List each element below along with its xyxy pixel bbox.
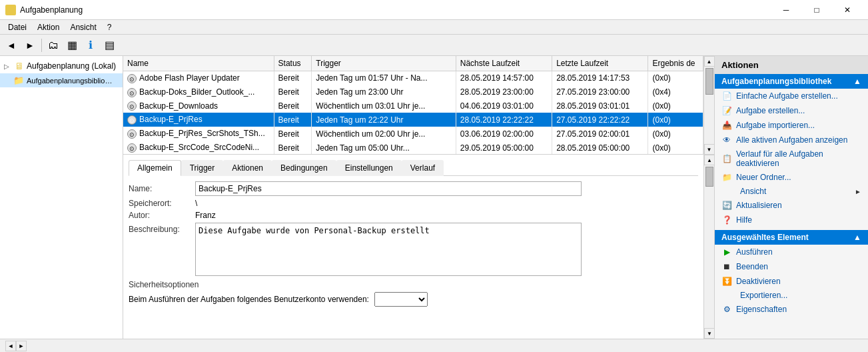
table-row[interactable]: ⊙Backup-E_PrjResBereitJeden Tag um 22:22…: [123, 113, 703, 127]
minimize-button[interactable]: ─: [771, 0, 801, 20]
action-label: Aufgabe erstellen...: [736, 106, 805, 115]
status-scroll-left[interactable]: ◄: [5, 341, 16, 351]
toolbar-table-button[interactable]: ▤: [101, 37, 118, 54]
action-icon: 📝: [721, 105, 732, 116]
toolbar-info-button[interactable]: ℹ: [82, 37, 99, 54]
selected-section-header[interactable]: Ausgewähltes Element ▲: [715, 230, 868, 245]
col-trigger[interactable]: Trigger: [312, 56, 456, 71]
tab-bedingungen[interactable]: Bedingungen: [272, 160, 336, 176]
expand-arrow-root: ▷: [4, 63, 12, 70]
table-area: Name Status Trigger Nächste Laufzeit Let…: [123, 56, 714, 155]
maximize-button[interactable]: □: [801, 0, 832, 20]
name-row: Name:: [129, 181, 698, 196]
security-text: Beim Ausführen der Aufgaben folgendes Be…: [129, 295, 369, 304]
toolbar-back-button[interactable]: ◄: [3, 37, 20, 54]
table-row[interactable]: ⊙Backup-E_DownloadsBereitWöchentlich um …: [123, 99, 703, 113]
library-action-item[interactable]: 📥Aufgabe importieren...: [715, 118, 868, 133]
name-input[interactable]: [195, 181, 582, 196]
col-name[interactable]: Name: [123, 56, 274, 71]
action-label: Einfache Aufgabe erstellen...: [736, 91, 838, 101]
security-row: Beim Ausführen der Aufgaben folgendes Be…: [129, 292, 698, 307]
col-last-run[interactable]: Letzte Laufzeit: [552, 56, 648, 71]
table-scroll-track: [704, 67, 714, 144]
tab-aktionen[interactable]: Aktionen: [223, 160, 272, 176]
action-label: Verlauf für alle Aufgaben deaktivieren: [736, 149, 861, 168]
selected-collapse-icon: ▲: [853, 233, 861, 242]
detail-scroll-thumb[interactable]: [705, 167, 713, 187]
table-row[interactable]: ⊙Backup-E_PrjRes_ScrShots_TSh...BereitWö…: [123, 127, 703, 141]
selected-action-item[interactable]: Exportieren...: [715, 289, 868, 302]
col-status[interactable]: Status: [274, 56, 312, 71]
table-scroll-down[interactable]: ▼: [704, 144, 715, 155]
author-value: Franz: [195, 211, 698, 220]
library-action-item[interactable]: 👁Alle aktiven Aufgaben anzeigen: [715, 133, 868, 147]
library-action-item[interactable]: Ansicht►: [715, 185, 868, 198]
selected-action-item[interactable]: ⏬Deaktivieren: [715, 274, 868, 289]
library-action-item[interactable]: 📋Verlauf für alle Aufgaben deaktivieren: [715, 147, 868, 170]
tab-einstellungen[interactable]: Einstellungen: [336, 160, 402, 176]
action-icon: 📋: [721, 153, 732, 164]
status-scroll-right[interactable]: ►: [16, 341, 27, 351]
menu-ansicht[interactable]: Ansicht: [65, 21, 101, 33]
action-icon: ❓: [721, 215, 732, 225]
library-section-label: Aufgabenplanungsbibliothek: [721, 77, 831, 86]
table-scrollbar: ▲ ▼: [703, 56, 714, 155]
toolbar-folder-button[interactable]: 🗂: [45, 37, 62, 54]
table-row[interactable]: ⊙Backup-E_SrcCode_SrcCodeNi...BereitJede…: [123, 141, 703, 155]
library-items: 📄Einfache Aufgabe erstellen...📝Aufgabe e…: [715, 89, 868, 227]
library-section-header[interactable]: Aufgabenplanungsbibliothek ▲: [715, 74, 868, 89]
action-label: Neuer Ordner...: [736, 173, 791, 182]
action-label: Alle aktiven Aufgaben anzeigen: [736, 135, 847, 145]
menu-datei[interactable]: Datei: [3, 21, 32, 33]
selected-section-label: Ausgewähltes Element: [721, 233, 809, 242]
library-action-item[interactable]: 📁Neuer Ordner...: [715, 170, 868, 185]
sidebar-item-root[interactable]: ▷ 🖥 Aufgabenplanung (Lokal): [0, 59, 123, 73]
library-action-item[interactable]: 🔄Aktualisieren: [715, 198, 868, 213]
action-label: Beenden: [736, 262, 768, 271]
selected-action-item[interactable]: ▶Ausführen: [715, 245, 868, 259]
task-icon: ⊙: [127, 101, 137, 111]
detail-scroll-track: [704, 165, 714, 328]
toolbar-list-button[interactable]: ▦: [63, 37, 81, 54]
table-row[interactable]: ⊙Backup-Doks_Bilder_Outlook_...BereitJed…: [123, 85, 703, 99]
detail-scroll-up[interactable]: ▲: [704, 155, 714, 165]
table-wrapper: Name Status Trigger Nächste Laufzeit Let…: [123, 56, 714, 155]
detail-tabs: Allgemein Trigger Aktionen Bedingungen E…: [129, 160, 698, 176]
library-action-item[interactable]: ❓Hilfe: [715, 213, 868, 227]
menu-aktion[interactable]: Aktion: [32, 21, 65, 33]
tab-verlauf[interactable]: Verlauf: [402, 160, 444, 176]
sidebar-item-library[interactable]: 📁 Aufgabenplanungsbibliothek: [0, 73, 123, 87]
sidebar-library-label: Aufgabenplanungsbibliothek: [27, 77, 113, 85]
right-panel: Aktionen Aufgabenplanungsbibliothek ▲ 📄E…: [715, 56, 868, 339]
sidebar-library-icon: 📁: [13, 75, 24, 85]
task-table: Name Status Trigger Nächste Laufzeit Let…: [123, 56, 703, 155]
selected-action-item[interactable]: ⏹Beenden: [715, 259, 868, 274]
tab-allgemein[interactable]: Allgemein: [129, 160, 181, 176]
security-dropdown[interactable]: [374, 292, 428, 307]
status-bar: ◄ ►: [0, 339, 868, 352]
toolbar-separator-1: [41, 39, 42, 52]
table-row[interactable]: ⊙Adobe Flash Player UpdaterBereitJeden T…: [123, 71, 703, 85]
close-button[interactable]: ✕: [832, 0, 863, 20]
menu-help[interactable]: ?: [102, 21, 117, 33]
detail-content: Allgemein Trigger Aktionen Bedingungen E…: [123, 155, 703, 339]
tab-trigger[interactable]: Trigger: [181, 160, 224, 176]
table-scroll-thumb[interactable]: [705, 68, 713, 95]
col-next-run[interactable]: Nächste Laufzeit: [456, 56, 552, 71]
description-textarea[interactable]: Diese Aufgabe wurde von Personal-Backup …: [195, 223, 582, 276]
selected-action-item[interactable]: ⚙Eigenschaften: [715, 302, 868, 317]
action-icon: 📥: [721, 120, 732, 131]
action-label: Ausführen: [736, 247, 773, 257]
table-scroll-up[interactable]: ▲: [704, 56, 715, 67]
library-action-item[interactable]: 📄Einfache Aufgabe erstellen...: [715, 89, 868, 103]
action-icon: ▶: [721, 247, 732, 257]
col-result[interactable]: Ergebnis de: [648, 56, 703, 71]
action-icon: ⚙: [721, 304, 732, 315]
action-icon: 🔄: [721, 200, 732, 211]
action-icon: 📁: [721, 172, 732, 183]
toolbar-forward-button[interactable]: ►: [21, 37, 39, 54]
scroll-indicator: ◄ ►: [5, 341, 27, 351]
detail-scroll-down[interactable]: ▼: [704, 328, 714, 339]
library-action-item[interactable]: 📝Aufgabe erstellen...: [715, 103, 868, 118]
title-bar-buttons: ─ □ ✕: [771, 0, 863, 20]
